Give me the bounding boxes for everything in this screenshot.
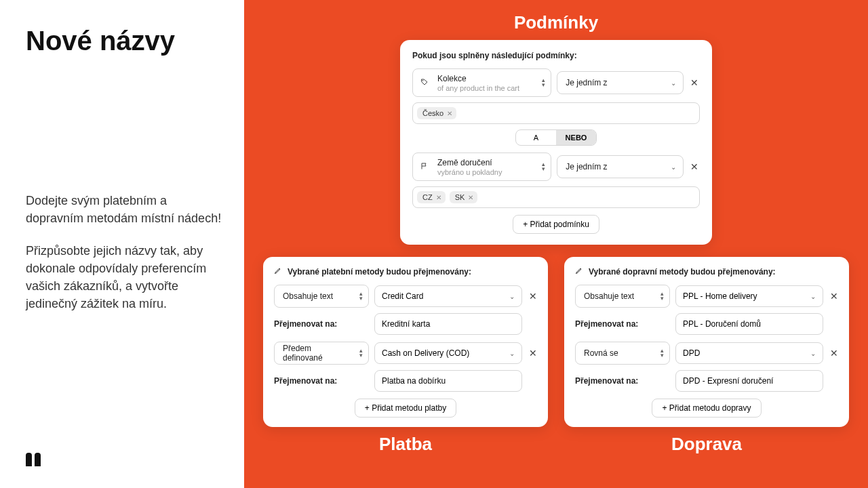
tag-chip: CZ✕ <box>417 191 446 203</box>
chip-remove[interactable]: ✕ <box>468 194 473 201</box>
pay-r2-remove[interactable]: ✕ <box>528 348 537 359</box>
sort-icon: ▴▾ <box>542 162 545 171</box>
conditions-card: Pokud jsou splněny následující podmínky:… <box>400 40 712 245</box>
pay-r2-rename-input[interactable]: Platba na dobírku <box>374 370 522 392</box>
ship-r1-remove[interactable]: ✕ <box>829 291 838 302</box>
shipping-card: Vybrané dopravní metody budou přejmenová… <box>564 257 849 427</box>
add-payment-button[interactable]: + Přidat metodu platby <box>355 399 456 418</box>
add-shipping-button[interactable]: + Přidat metodu dopravy <box>652 399 761 418</box>
sort-icon: ▴▾ <box>359 291 363 301</box>
payment-card: Vybrané platební metody budou přejmenová… <box>263 257 548 427</box>
ship-r1-mode[interactable]: Obsahuje text ▴▾ <box>575 285 670 308</box>
pencil-icon <box>274 266 282 277</box>
sort-icon: ▴▾ <box>359 348 363 358</box>
flag-icon <box>418 162 431 172</box>
sort-icon: ▴▾ <box>660 291 664 301</box>
rename-label: Přejmenovat na: <box>575 376 670 386</box>
cond2-value-input[interactable]: CZ✕ SK✕ <box>412 186 700 208</box>
add-condition-button[interactable]: + Přidat podmínku <box>513 215 599 234</box>
pay-r2-mode[interactable]: Předem definované ▴▾ <box>274 342 369 365</box>
brand-logo <box>26 453 41 469</box>
chevron-down-icon: ⌄ <box>810 293 816 300</box>
sort-icon: ▴▾ <box>542 78 545 87</box>
cond2-op-select[interactable]: Je jedním z ⌄ <box>557 155 684 178</box>
chip-remove[interactable]: ✕ <box>447 110 452 117</box>
pay-r1-rename-input[interactable]: Kreditní karta <box>374 313 522 335</box>
pencil-icon <box>575 266 583 277</box>
chip-remove[interactable]: ✕ <box>436 194 441 201</box>
ship-r2-rename-input[interactable]: DPD - Expresní doručení <box>675 370 823 392</box>
chevron-down-icon: ⌄ <box>671 79 676 87</box>
intro-p1: Dodejte svým platebním a dopravním metod… <box>26 192 224 227</box>
chevron-down-icon: ⌄ <box>810 350 816 357</box>
ship-r2-mode[interactable]: Rovná se ▴▾ <box>575 342 670 365</box>
chevron-down-icon: ⌄ <box>509 293 515 300</box>
page-title: Nové názvy <box>26 26 224 56</box>
cond2-field-select[interactable]: Země doručení vybráno u pokladny ▴▾ <box>412 152 551 181</box>
chevron-down-icon: ⌄ <box>509 350 515 357</box>
conditions-head: Pokud jsou splněny následující podmínky: <box>412 51 700 60</box>
chevron-down-icon: ⌄ <box>671 163 676 171</box>
pay-r1-remove[interactable]: ✕ <box>528 291 537 302</box>
cond1-op-select[interactable]: Je jedním z ⌄ <box>557 71 684 94</box>
sort-icon: ▴▾ <box>660 348 664 358</box>
tag-icon <box>418 78 431 88</box>
pay-r1-value[interactable]: Credit Card ⌄ <box>374 285 522 307</box>
ship-r1-rename-input[interactable]: PPL - Doručení domů <box>675 313 823 335</box>
pay-r2-value[interactable]: Cash on Delivery (COD) ⌄ <box>374 342 522 364</box>
ship-r1-value[interactable]: PPL - Home delivery ⌄ <box>675 285 823 307</box>
rename-label: Přejmenovat na: <box>274 376 369 386</box>
rename-label: Přejmenovat na: <box>274 319 369 329</box>
conditions-title: Podmínky <box>263 12 849 33</box>
intro-p2: Přizpůsobte jejich názvy tak, aby dokona… <box>26 242 224 312</box>
svg-point-0 <box>422 80 423 81</box>
cond1-value-input[interactable]: Česko✕ <box>412 102 700 124</box>
tag-chip: Česko✕ <box>417 107 456 119</box>
tag-chip: SK✕ <box>450 191 478 203</box>
logic-segment[interactable]: A NEBO <box>515 129 597 146</box>
payment-title: Platba <box>263 434 548 455</box>
rename-label: Přejmenovat na: <box>575 319 670 329</box>
ship-r2-remove[interactable]: ✕ <box>829 348 838 359</box>
cond2-remove[interactable]: ✕ <box>689 161 700 172</box>
cond1-field-select[interactable]: Kolekce of any product in the cart ▴▾ <box>412 68 551 97</box>
pay-r1-mode[interactable]: Obsahuje text ▴▾ <box>274 285 369 308</box>
shipping-title: Doprava <box>564 434 849 455</box>
seg-or[interactable]: NEBO <box>556 130 596 145</box>
cond1-remove[interactable]: ✕ <box>689 77 700 88</box>
seg-and[interactable]: A <box>516 130 556 145</box>
ship-r2-value[interactable]: DPD ⌄ <box>675 342 823 364</box>
